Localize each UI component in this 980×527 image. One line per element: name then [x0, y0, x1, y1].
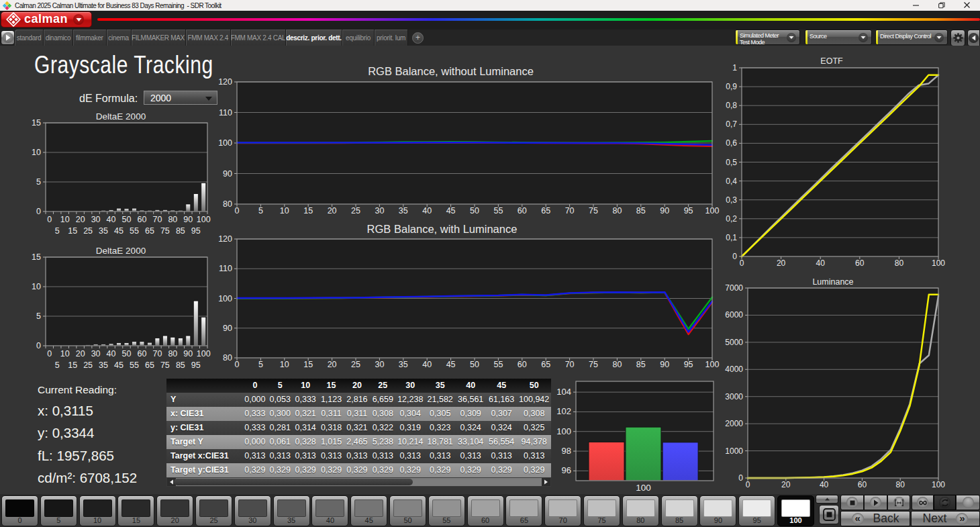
grayscale-patch-50[interactable]: 50 [389, 495, 426, 526]
luminance-chart: Luminance0100020003000400050006000700002… [708, 274, 980, 495]
grayscale-patch-55[interactable]: 55 [428, 495, 465, 526]
yellow-indicator [736, 30, 738, 44]
play-icon [3, 32, 13, 43]
svg-text:60: 60 [518, 206, 527, 215]
grayscale-patch-60[interactable]: 60 [467, 495, 504, 526]
table-cell: 0,313 [242, 449, 267, 463]
table-cell: 0,329 [344, 463, 370, 477]
svg-text:90: 90 [223, 169, 232, 179]
grayscale-patch-10[interactable]: 10 [79, 495, 116, 526]
grayscale-patch-5[interactable]: 5 [40, 495, 77, 526]
loop-off-button[interactable] [956, 495, 980, 510]
next-button[interactable]: Next » [911, 511, 980, 526]
run-layout-button[interactable] [1, 30, 15, 45]
back-button[interactable]: « Back [840, 511, 910, 526]
svg-text:90: 90 [660, 360, 669, 369]
patch-swatch [199, 499, 228, 517]
table-cell: 0,322 [370, 421, 395, 435]
calman-menu-chevron[interactable] [73, 14, 84, 25]
tab-cinema[interactable]: cinema [107, 30, 132, 46]
svg-text:65: 65 [541, 360, 550, 369]
grayscale-patch-80[interactable]: 80 [622, 495, 659, 526]
svg-text:0: 0 [235, 360, 240, 369]
grayscale-patch-45[interactable]: 45 [350, 495, 387, 526]
pattern-window-icon [822, 508, 836, 522]
stop-button[interactable] [840, 495, 864, 510]
svg-text:1: 1 [732, 63, 737, 73]
loop-continuous-button[interactable] [934, 495, 956, 510]
grayscale-patch-20[interactable]: 20 [156, 495, 193, 526]
grayscale-patch-30[interactable]: 30 [234, 495, 271, 526]
svg-text:RGB Balance, without Luminance: RGB Balance, without Luminance [368, 65, 534, 77]
tab-FILMMAKER-MAX[interactable]: FILMMAKER MAX [132, 30, 186, 46]
svg-text:90: 90 [660, 206, 669, 215]
patch-swatch [471, 499, 500, 517]
svg-text:40: 40 [422, 206, 432, 215]
svg-text:120: 120 [218, 234, 232, 244]
calman-menu-button[interactable]: calman [1, 11, 92, 28]
svg-text:0: 0 [732, 252, 737, 261]
svg-text:40: 40 [820, 480, 829, 489]
grayscale-patch-0[interactable]: 0 [1, 495, 38, 526]
grayscale-patch-65[interactable]: 65 [505, 495, 542, 526]
table-scrollbar[interactable] [166, 477, 551, 487]
tab-descriz-prior-dett-[interactable]: descriz. prior. dett. [286, 30, 342, 46]
add-layout-tab-button[interactable]: + [412, 32, 424, 44]
svg-text:7000: 7000 [725, 283, 743, 293]
simulated-meter-dropdown[interactable]: Simulated Meter Test Mode [735, 30, 800, 45]
table-cell: 0,319 [396, 421, 425, 435]
grayscale-patch-15[interactable]: 15 [117, 495, 154, 526]
grayscale-patch-100[interactable]: 100 [777, 495, 814, 526]
table-cell: 0,329 [425, 463, 455, 477]
table-cell: 10,214 [396, 435, 425, 449]
tab-FMM-MAX-2-4[interactable]: FMM MAX 2.4 [186, 30, 232, 46]
scrollbar-thumb[interactable] [174, 479, 413, 485]
grayscale-patch-75[interactable]: 75 [583, 495, 620, 526]
tab-standard[interactable]: standard [15, 30, 44, 46]
step-range-button[interactable] [887, 495, 910, 510]
table-cell: 0,061 [268, 435, 293, 449]
svg-text:0: 0 [235, 206, 240, 215]
grayscale-patch-95[interactable]: 95 [738, 495, 775, 526]
settings-button[interactable] [950, 30, 965, 46]
tab-filmmaker[interactable]: filmmaker [73, 30, 107, 46]
chevron-down-icon [859, 33, 868, 42]
grayscale-patch-25[interactable]: 25 [195, 495, 232, 526]
source-dropdown[interactable]: Source [805, 30, 872, 45]
grayscale-patch-40[interactable]: 40 [311, 495, 348, 526]
svg-text:120: 120 [218, 77, 232, 87]
tab-equilibrio[interactable]: equilibrio [342, 30, 375, 46]
grayscale-patch-35[interactable]: 35 [273, 495, 310, 526]
grayscale-patch-70[interactable]: 70 [544, 495, 581, 526]
svg-text:110: 110 [219, 108, 232, 117]
svg-text:75: 75 [160, 226, 170, 236]
table-cell: 0,333 [293, 393, 318, 407]
table-cell: 0,329 [293, 463, 318, 477]
patch-label: 85 [662, 516, 697, 524]
grayscale-patch-90[interactable]: 90 [699, 495, 736, 526]
table-cell: 0,329 [370, 463, 395, 477]
table-cell: 0,328 [293, 435, 318, 449]
svg-text:20: 20 [777, 258, 786, 268]
tab-FMM-MAX-2-4-CAL[interactable]: FMM MAX 2.4 CAL [231, 30, 286, 46]
patch-label: 0 [2, 516, 38, 524]
pattern-window-button[interactable] [819, 505, 839, 524]
svg-text:80: 80 [223, 353, 232, 363]
patch-label: 95 [739, 516, 775, 524]
minimize-button[interactable] [903, 0, 929, 11]
scroll-right-button[interactable] [542, 478, 550, 486]
collapse-panel-button[interactable] [967, 30, 980, 46]
play-button[interactable] [864, 495, 887, 510]
close-button[interactable] [954, 0, 980, 11]
tab-dinamico[interactable]: dinamico [44, 30, 73, 46]
svg-text:10: 10 [32, 282, 41, 291]
table-cell: 0,324 [486, 421, 517, 435]
restore-button[interactable] [929, 0, 954, 11]
pattern-panel-expand-button[interactable] [816, 495, 838, 504]
loop-infinite-button[interactable] [912, 495, 934, 510]
direct-display-control-dropdown[interactable]: Direct Display Control [875, 30, 948, 45]
tab-priorit-lum[interactable]: priorit. lum [375, 30, 408, 46]
table-cell: 0,311 [318, 407, 344, 421]
grayscale-patch-85[interactable]: 85 [661, 495, 698, 526]
svg-text:0,4: 0,4 [726, 177, 737, 186]
